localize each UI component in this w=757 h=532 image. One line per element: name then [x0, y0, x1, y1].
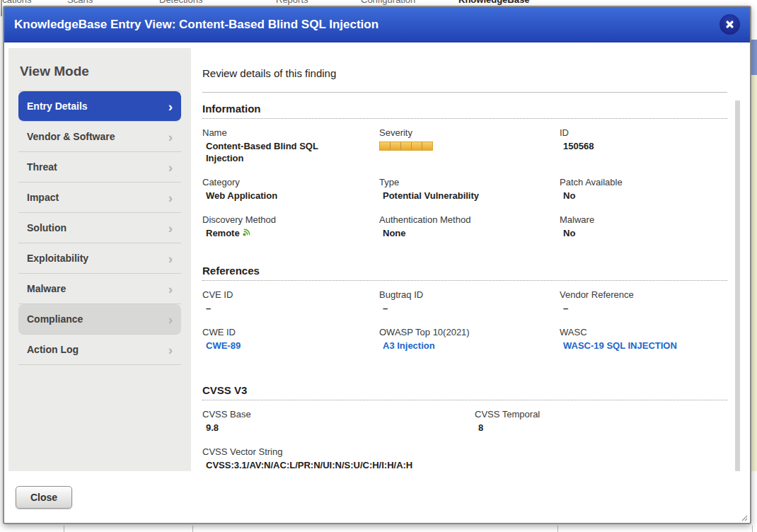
- sidebar-item-label: Exploitability: [27, 253, 88, 264]
- sidebar-item-label: Entry Details: [27, 100, 88, 112]
- sidebar-item-malware[interactable]: Malware ›: [18, 274, 181, 304]
- sidebar-item-label: Action Log: [27, 344, 79, 355]
- background-page-edge: [1, 2, 2, 16]
- modal-body: View Mode Entry Details › Vendor & Softw…: [4, 42, 750, 471]
- modal-titlebar: KnowledgeBase Entry View: Content-Based …: [4, 7, 750, 42]
- section-title-references: References: [202, 265, 727, 281]
- field-cvss-vector: CVSS Vector String CVSS:3.1/AV:N/AC:L/PR…: [202, 446, 727, 471]
- entry-details-content: Review details of this finding Informati…: [191, 48, 746, 471]
- resize-handle-icon[interactable]: [740, 514, 748, 521]
- sidebar-item-label: Threat: [27, 161, 57, 173]
- content-scrollbar[interactable]: [735, 100, 740, 471]
- sidebar-item-vendor-software[interactable]: Vendor & Software ›: [18, 122, 181, 152]
- view-mode-sidebar: View Mode Entry Details › Vendor & Softw…: [8, 48, 191, 471]
- owasp-link[interactable]: A3 Injection: [379, 340, 560, 352]
- chevron-right-icon: ›: [168, 161, 173, 174]
- sidebar-item-threat[interactable]: Threat ›: [18, 152, 181, 183]
- remote-signal-icon: [242, 228, 251, 237]
- content-divider: [202, 92, 727, 93]
- chevron-right-icon: ›: [168, 282, 173, 296]
- section-title-cvss: CVSS V3: [202, 384, 727, 400]
- content-heading: Review details of this finding: [202, 66, 727, 81]
- section-title-information: Information: [202, 103, 727, 119]
- field-bugtraq-id: Bugtraq ID –: [379, 289, 560, 314]
- sidebar-item-label: Vendor & Software: [27, 131, 115, 142]
- sidebar-item-entry-details[interactable]: Entry Details ›: [18, 91, 181, 122]
- sidebar-item-solution[interactable]: Solution ›: [18, 213, 181, 243]
- field-owasp: OWASP Top 10(2021) A3 Injection: [379, 327, 560, 352]
- kb-entry-view-modal: KnowledgeBase Entry View: Content-Based …: [3, 6, 751, 524]
- sidebar-heading: View Mode: [18, 57, 181, 91]
- background-table-line: [557, 526, 558, 532]
- chevron-right-icon: ›: [168, 100, 173, 113]
- field-wasc: WASC WASC-19 SQL INJECTION: [560, 327, 727, 352]
- field-vendor-reference: Vendor Reference –: [560, 289, 727, 314]
- sidebar-item-action-log[interactable]: Action Log ›: [18, 335, 181, 365]
- background-table-line: [64, 526, 64, 532]
- chevron-right-icon: ›: [168, 221, 173, 235]
- cvss-section: CVSS V3 CVSS Base 9.8 CVSS Temporal 8 CV…: [202, 384, 727, 471]
- sidebar-item-exploitability[interactable]: Exploitability ›: [18, 243, 181, 274]
- field-discovery-method: Discovery Method Remote: [202, 214, 379, 239]
- tab-reports[interactable]: Reports: [276, 0, 308, 5]
- background-right-panel: [751, 75, 757, 471]
- sidebar-item-label: Impact: [27, 192, 59, 203]
- tab-scans[interactable]: Scans: [67, 0, 93, 5]
- field-type: Type Potential Vulnerability: [379, 177, 560, 202]
- sidebar-item-label: Solution: [27, 222, 67, 233]
- information-section: Information Name Content-Based Blind SQL…: [202, 103, 727, 239]
- severity-bar: [379, 141, 433, 151]
- sidebar-item-impact[interactable]: Impact ›: [18, 183, 181, 213]
- chevron-right-icon: ›: [168, 252, 173, 265]
- chevron-right-icon: ›: [168, 343, 173, 357]
- background-right-panel-top: [751, 40, 757, 75]
- tab-detections[interactable]: Detections: [159, 0, 202, 5]
- tab-knowledgebase[interactable]: KnowledgeBase: [458, 0, 529, 5]
- close-button[interactable]: Close: [16, 486, 72, 509]
- field-cwe-id: CWE ID CWE-89: [202, 327, 379, 352]
- field-cvss-temporal: CVSS Temporal 8: [475, 409, 727, 434]
- field-authentication-method: Authentication Method None: [379, 214, 560, 239]
- field-malware: Malware No: [560, 214, 727, 239]
- modal-title: KnowledgeBase Entry View: Content-Based …: [14, 18, 378, 32]
- sidebar-item-compliance[interactable]: Compliance ›: [18, 304, 181, 335]
- tab-web-applications[interactable]: Web Applications: [0, 0, 32, 5]
- field-cve-id: CVE ID –: [202, 289, 379, 314]
- tab-configuration[interactable]: Configuration: [361, 0, 415, 5]
- background-table-line: [192, 526, 193, 532]
- chevron-right-icon: ›: [168, 191, 173, 204]
- chevron-right-icon: ›: [168, 130, 173, 144]
- field-id: ID 150568: [560, 127, 727, 164]
- references-section: References CVE ID – Bugtraq ID – Vendor …: [202, 265, 727, 352]
- wasc-link[interactable]: WASC-19 SQL INJECTION: [560, 340, 727, 352]
- field-cvss-base: CVSS Base 9.8: [202, 409, 475, 434]
- field-severity: Severity: [379, 127, 560, 164]
- close-icon[interactable]: [720, 14, 740, 35]
- field-patch-available: Patch Available No: [560, 177, 727, 202]
- field-category: Category Web Application: [202, 177, 379, 202]
- sidebar-item-label: Malware: [27, 283, 66, 294]
- chevron-right-icon: ›: [168, 313, 173, 326]
- background-table-line: [752, 526, 753, 532]
- modal-footer: Close: [4, 471, 750, 523]
- field-name: Name Content-Based Blind SQL Injection: [202, 127, 379, 164]
- cwe-link[interactable]: CWE-89: [202, 340, 379, 352]
- sidebar-item-label: Compliance: [27, 313, 83, 325]
